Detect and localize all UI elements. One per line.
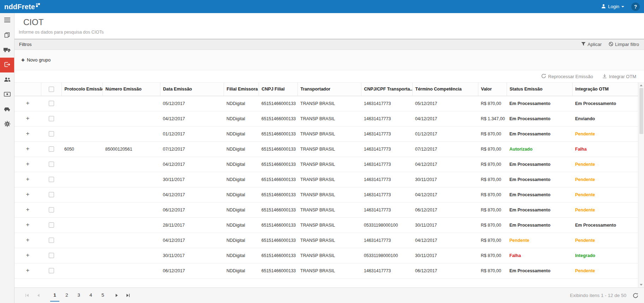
scroll-up-icon[interactable] xyxy=(640,85,643,86)
last-page-button[interactable] xyxy=(124,291,132,300)
cell-protocolo-emissao xyxy=(61,126,102,141)
row-checkbox[interactable] xyxy=(49,222,54,228)
column-header[interactable]: Transportador xyxy=(297,83,361,96)
reprocess-emission-button[interactable]: Reprocessar Emissão xyxy=(541,74,593,80)
integrate-otm-button[interactable]: Integrar OTM xyxy=(602,74,636,80)
hamburger-icon xyxy=(4,18,10,23)
page-button-2[interactable]: 2 xyxy=(62,290,71,302)
first-page-button[interactable] xyxy=(23,291,31,300)
cell-status-emissao: Pendente xyxy=(507,233,572,248)
ciot-table: Protocolo EmissãoNúmero EmissãoData Emis… xyxy=(14,83,638,279)
expand-row-button[interactable]: + xyxy=(26,253,30,258)
row-checkbox[interactable] xyxy=(49,207,54,212)
sidebar-item-documents[interactable] xyxy=(0,28,14,43)
sidebar-item-ciot[interactable] xyxy=(0,58,14,72)
cell-cnpj-cpf-transportador: 14631417773 xyxy=(361,141,412,157)
cell-termino-competencia: 04/12/2017 xyxy=(412,187,478,202)
scrollbar-thumb[interactable] xyxy=(639,88,643,134)
select-all-checkbox[interactable] xyxy=(49,87,54,92)
sidebar-item-contacts[interactable] xyxy=(0,72,14,87)
cell-cnpj-cpf-transportador: 14631417773 xyxy=(361,111,412,126)
status-badge: Pendente xyxy=(509,238,529,243)
row-checkbox[interactable] xyxy=(49,177,54,182)
row-checkbox[interactable] xyxy=(49,116,54,121)
apply-filter-label: Aplicar xyxy=(587,42,602,47)
cell-integracao-otm: Pendente xyxy=(572,157,638,172)
help-button[interactable]: ? xyxy=(631,2,640,11)
cell-protocolo-emissao xyxy=(61,233,102,248)
cell-cnpj-cpf-transportador: 14631417773 xyxy=(361,233,412,248)
plus-icon: + xyxy=(21,58,25,63)
expand-row-button[interactable]: + xyxy=(26,116,30,121)
previous-page-button[interactable] xyxy=(34,291,42,300)
sidebar-item-payments[interactable] xyxy=(0,87,14,102)
apply-filter-button[interactable]: Aplicar xyxy=(581,42,602,47)
column-header[interactable]: Término Competência xyxy=(412,83,478,96)
expand-row-button[interactable]: + xyxy=(26,177,30,182)
table-row: +04/12/2017NDDigital65151466000133TRANSP… xyxy=(14,233,638,248)
cell-data-emissao: 04/12/2017 xyxy=(160,157,224,172)
expand-cell: + xyxy=(14,141,41,157)
row-checkbox[interactable] xyxy=(49,192,54,197)
clear-filter-button[interactable]: Limpar filtro xyxy=(609,42,639,47)
next-page-button[interactable] xyxy=(112,291,121,300)
page-button-1[interactable]: 1 xyxy=(50,290,59,302)
refresh-button[interactable] xyxy=(633,293,638,298)
cell-integracao-otm: Pendente xyxy=(572,187,638,202)
page-button-3[interactable]: 3 xyxy=(74,290,83,302)
brand[interactable]: nddFrete xyxy=(4,2,40,11)
expand-row-button[interactable]: + xyxy=(26,268,30,273)
expand-row-button[interactable]: + xyxy=(26,238,30,243)
cell-cnpj-cpf-transportador: 14631417773 xyxy=(361,157,412,172)
new-group-button[interactable]: + Novo grupo xyxy=(21,57,51,63)
column-header[interactable]: Status Emissão xyxy=(507,83,572,96)
expand-row-button[interactable]: + xyxy=(26,192,30,197)
expand-row-button[interactable]: + xyxy=(26,131,30,136)
documents-icon xyxy=(4,32,10,39)
row-checkbox[interactable] xyxy=(49,253,54,258)
row-checkbox[interactable] xyxy=(49,131,54,136)
expand-cell: + xyxy=(14,187,41,202)
column-header[interactable]: CNPJ/CPF Transporta... xyxy=(361,83,412,96)
cell-valor: R$ 870,00 xyxy=(478,96,507,111)
cell-termino-competencia: 30/11/2017 xyxy=(412,248,478,263)
column-header[interactable]: Filial Emissora xyxy=(224,83,259,96)
cell-transportador: TRANSP BRASIL xyxy=(297,217,361,233)
users-icon xyxy=(4,77,11,83)
row-checkbox[interactable] xyxy=(49,162,54,167)
page-button-5[interactable]: 5 xyxy=(98,290,107,302)
column-header[interactable]: Data Emissão xyxy=(160,83,224,96)
expand-row-button[interactable]: + xyxy=(26,101,30,106)
sidebar-item-fleet[interactable] xyxy=(0,43,14,58)
cell-filial-emissora: NDDigital xyxy=(224,202,259,217)
table-row: +04/12/2017NDDigital65151466000133TRANSP… xyxy=(14,111,638,126)
sidebar-item-settings[interactable] xyxy=(0,117,14,132)
sidebar-menu-toggle[interactable] xyxy=(0,13,14,28)
column-header[interactable]: Número Emissão xyxy=(102,83,160,96)
cell-cnpj-filial: 65151466000133 xyxy=(259,111,297,126)
status-badge: Pendente xyxy=(575,238,595,243)
cell-integracao-otm: Falha xyxy=(572,141,638,157)
row-checkbox[interactable] xyxy=(49,146,54,152)
login-button[interactable]: Login xyxy=(598,2,627,11)
status-badge: Integrado xyxy=(575,253,595,258)
expand-row-button[interactable]: + xyxy=(26,222,30,227)
column-header[interactable]: CNPJ Filial xyxy=(259,83,297,96)
expand-row-button[interactable]: + xyxy=(26,146,30,151)
scroll-down-icon[interactable] xyxy=(640,284,643,286)
vertical-scrollbar[interactable] xyxy=(638,83,644,287)
cell-termino-competencia: 05/12/2017 xyxy=(412,96,478,111)
checkbox-cell xyxy=(41,202,61,217)
row-checkbox[interactable] xyxy=(49,238,54,243)
expand-row-button[interactable]: + xyxy=(26,207,30,212)
column-header[interactable]: Protocolo Emissão xyxy=(61,83,102,96)
page-button-4[interactable]: 4 xyxy=(86,290,95,302)
expand-row-button[interactable]: + xyxy=(26,162,30,167)
cell-cnpj-filial: 65151466000133 xyxy=(259,202,297,217)
row-checkbox[interactable] xyxy=(49,101,54,106)
sidebar-item-vehicle[interactable] xyxy=(0,102,14,117)
column-header[interactable]: Integração OTM xyxy=(572,83,638,96)
column-header[interactable]: Valor xyxy=(478,83,507,96)
status-badge: Pendente xyxy=(575,268,595,273)
row-checkbox[interactable] xyxy=(49,268,54,273)
